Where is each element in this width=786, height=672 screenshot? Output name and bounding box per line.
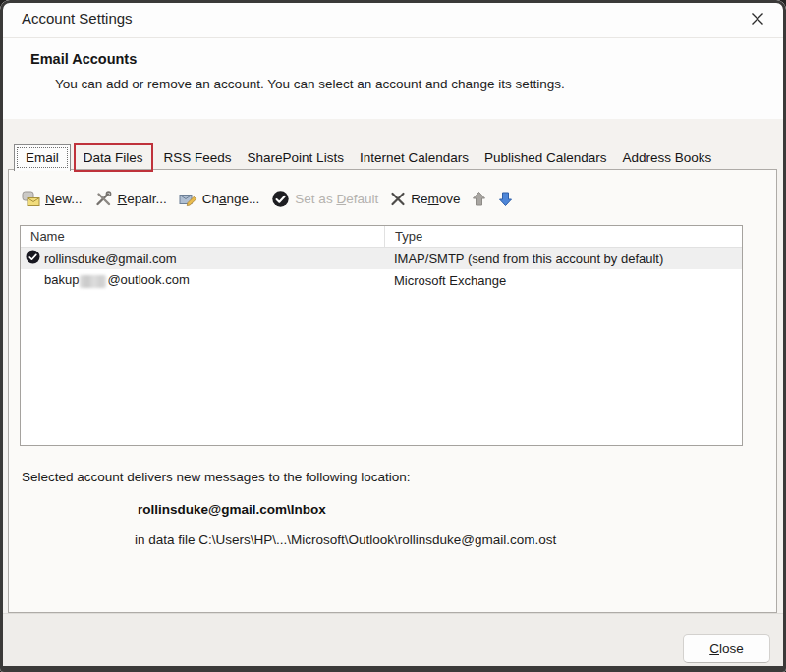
accounts-list: Name Type rollinsduke@gmail.com IMAP/SMT…	[20, 225, 743, 446]
change-button[interactable]: Change...	[179, 191, 260, 207]
close-button[interactable]: Close	[683, 634, 770, 663]
account-type: IMAP/SMTP (send from this account by def…	[384, 252, 742, 266]
account-name: rollinsduke@gmail.com	[44, 252, 177, 266]
tab-rss-feeds[interactable]: RSS Feeds	[156, 144, 240, 171]
window-titlebar: Account Settings Email Accounts You can …	[0, 0, 786, 119]
repair-button[interactable]: Repair...	[94, 191, 167, 207]
redacted-text	[80, 275, 106, 288]
new-button[interactable]: New...	[22, 191, 83, 207]
set-as-default-button[interactable]: Set as Default	[271, 190, 378, 208]
set-as-default-button-label: Set as Default	[295, 192, 378, 206]
up-arrow-icon	[472, 191, 486, 207]
tab-data-files[interactable]: Data Files	[74, 143, 153, 172]
tab-address-books[interactable]: Address Books	[615, 144, 720, 171]
window-title: Account Settings	[22, 10, 133, 27]
delivery-datafile-path: in data file C:\Users\HP\...\Microsoft\O…	[135, 532, 556, 547]
table-row[interactable]: rollinsduke@gmail.com IMAP/SMTP (send fr…	[21, 248, 742, 269]
table-header: Name Type	[21, 226, 742, 248]
repair-icon	[94, 191, 113, 207]
down-arrow-icon	[498, 191, 513, 207]
account-settings-dialog: Account Settings Email Accounts You can …	[0, 0, 786, 672]
accounts-toolbar: New... Repair... Change...	[22, 186, 513, 211]
set-default-check-icon	[271, 190, 290, 208]
change-button-label: Change...	[202, 192, 260, 206]
email-accounts-heading: Email Accounts	[30, 51, 137, 67]
account-type: Microsoft Exchange	[384, 273, 742, 288]
tab-sharepoint-lists[interactable]: SharePoint Lists	[240, 144, 352, 171]
new-account-icon	[22, 191, 40, 207]
dialog-footer: Close	[0, 613, 786, 672]
delivery-location-label: Selected account delivers new messages t…	[22, 470, 410, 484]
close-icon	[751, 12, 764, 29]
move-down-button[interactable]	[498, 191, 513, 207]
remove-button-label: Remove	[411, 192, 460, 206]
tabstrip: Email Data Files RSS Feeds SharePoint Li…	[14, 143, 719, 171]
change-icon	[179, 191, 197, 207]
remove-x-icon	[390, 192, 406, 206]
default-account-check-icon	[26, 250, 40, 267]
tab-email[interactable]: Email	[14, 144, 71, 171]
delivery-location-path: rollinsduke@gmail.com\Inbox	[138, 502, 326, 517]
table-row[interactable]: bakup@outlook.com Microsoft Exchange	[21, 269, 742, 291]
account-name: bakup@outlook.com	[44, 272, 190, 287]
email-accounts-description: You can add or remove an account. You ca…	[55, 77, 565, 91]
tab-published-calendars[interactable]: Published Calendars	[477, 144, 615, 171]
move-up-button[interactable]	[472, 191, 486, 207]
tab-internet-calendars[interactable]: Internet Calendars	[352, 144, 477, 171]
column-header-type: Type	[384, 226, 742, 247]
titlebar-divider	[0, 37, 786, 38]
window-close-button[interactable]	[743, 8, 772, 32]
remove-button[interactable]: Remove	[390, 192, 460, 206]
new-button-label: New...	[45, 192, 83, 206]
close-button-label: Close	[709, 642, 744, 656]
column-header-name: Name	[21, 229, 384, 244]
repair-button-label: Repair...	[118, 192, 167, 206]
